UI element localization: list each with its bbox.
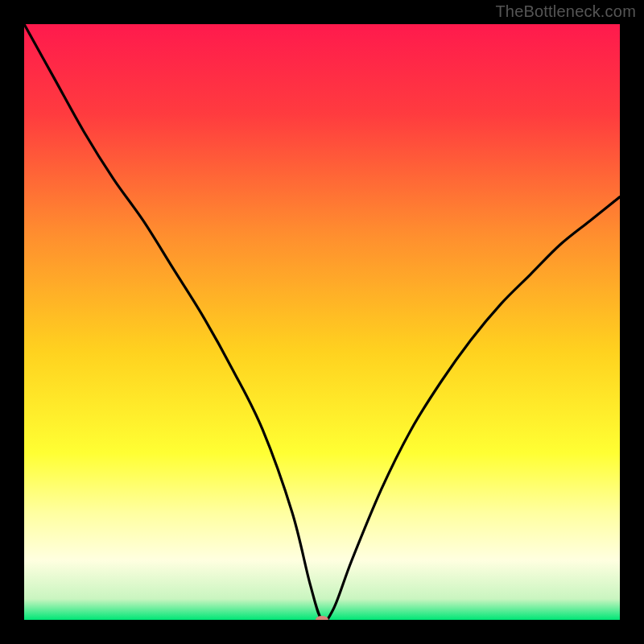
plot-outer xyxy=(24,24,620,620)
watermark-text: TheBottleneck.com xyxy=(495,2,636,21)
chart-frame: TheBottleneck.com xyxy=(0,0,644,644)
plot-svg xyxy=(24,24,620,620)
plot-background xyxy=(24,24,620,620)
